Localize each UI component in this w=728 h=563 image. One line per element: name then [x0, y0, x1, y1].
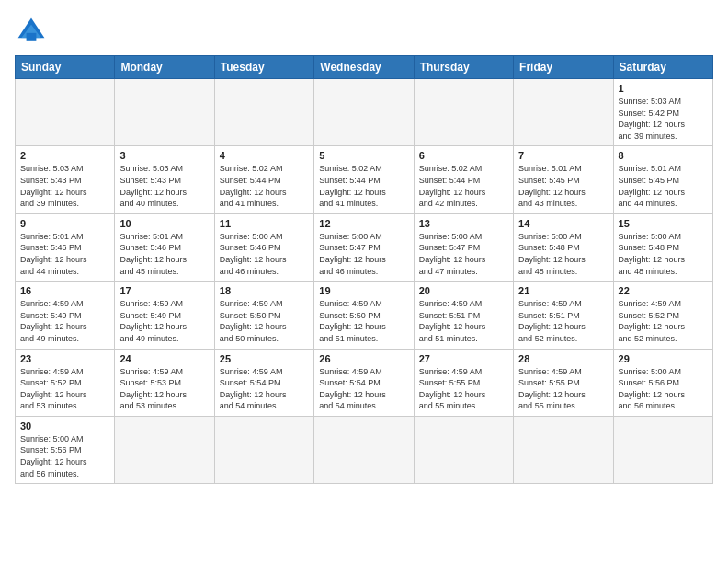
calendar-day-header: Thursday: [414, 56, 513, 79]
day-info: Sunrise: 5:03 AM Sunset: 5:43 PM Dayligh…: [20, 163, 109, 209]
day-info: Sunrise: 4:59 AM Sunset: 5:54 PM Dayligh…: [220, 366, 309, 412]
calendar-day-header: Sunday: [16, 56, 115, 79]
calendar-day-cell: 6Sunrise: 5:02 AM Sunset: 5:44 PM Daylig…: [414, 146, 513, 213]
day-number: 6: [419, 150, 508, 161]
calendar-day-cell: 3Sunrise: 5:03 AM Sunset: 5:43 PM Daylig…: [115, 146, 214, 213]
day-info: Sunrise: 5:00 AM Sunset: 5:47 PM Dayligh…: [419, 231, 508, 277]
day-number: 19: [319, 285, 408, 296]
day-info: Sunrise: 4:59 AM Sunset: 5:51 PM Dayligh…: [419, 298, 508, 344]
day-number: 23: [20, 353, 109, 364]
day-info: Sunrise: 5:01 AM Sunset: 5:45 PM Dayligh…: [619, 163, 708, 209]
page: SundayMondayTuesdayWednesdayThursdayFrid…: [0, 0, 728, 495]
calendar-day-cell: 22Sunrise: 4:59 AM Sunset: 5:52 PM Dayli…: [613, 282, 712, 349]
day-info: Sunrise: 5:01 AM Sunset: 5:45 PM Dayligh…: [518, 163, 608, 209]
day-info: Sunrise: 5:03 AM Sunset: 5:42 PM Dayligh…: [619, 96, 708, 142]
calendar-day-cell: 9Sunrise: 5:01 AM Sunset: 5:46 PM Daylig…: [16, 213, 115, 281]
day-info: Sunrise: 4:59 AM Sunset: 5:49 PM Dayligh…: [119, 298, 209, 344]
day-number: 18: [220, 285, 309, 296]
calendar-day-cell: [115, 416, 214, 483]
calendar-day-cell: 26Sunrise: 4:59 AM Sunset: 5:54 PM Dayli…: [314, 349, 414, 416]
calendar-day-header: Monday: [115, 56, 214, 79]
calendar-day-cell: 12Sunrise: 5:00 AM Sunset: 5:47 PM Dayli…: [314, 213, 414, 281]
calendar-day-cell: 23Sunrise: 4:59 AM Sunset: 5:52 PM Dayli…: [16, 349, 115, 416]
day-number: 11: [220, 218, 309, 229]
day-info: Sunrise: 4:59 AM Sunset: 5:55 PM Dayligh…: [518, 366, 608, 412]
day-info: Sunrise: 5:00 AM Sunset: 5:56 PM Dayligh…: [619, 366, 708, 412]
calendar-day-cell: [414, 79, 513, 146]
day-number: 14: [518, 218, 608, 229]
day-info: Sunrise: 5:00 AM Sunset: 5:47 PM Dayligh…: [319, 231, 408, 277]
day-info: Sunrise: 5:00 AM Sunset: 5:56 PM Dayligh…: [20, 433, 109, 479]
calendar-day-header: Tuesday: [214, 56, 313, 79]
day-info: Sunrise: 4:59 AM Sunset: 5:50 PM Dayligh…: [319, 298, 408, 344]
calendar-week-row: 23Sunrise: 4:59 AM Sunset: 5:52 PM Dayli…: [16, 349, 713, 416]
calendar-day-cell: [514, 416, 613, 483]
calendar-day-cell: 17Sunrise: 4:59 AM Sunset: 5:49 PM Dayli…: [115, 282, 214, 349]
day-info: Sunrise: 4:59 AM Sunset: 5:55 PM Dayligh…: [419, 366, 508, 412]
svg-rect-2: [27, 33, 37, 41]
day-info: Sunrise: 5:01 AM Sunset: 5:46 PM Dayligh…: [119, 231, 209, 277]
day-number: 9: [20, 218, 109, 229]
calendar-day-cell: 15Sunrise: 5:00 AM Sunset: 5:48 PM Dayli…: [613, 213, 712, 281]
day-number: 1: [619, 83, 708, 94]
day-number: 12: [319, 218, 408, 229]
calendar-day-cell: 1Sunrise: 5:03 AM Sunset: 5:42 PM Daylig…: [613, 79, 712, 146]
calendar-day-cell: 29Sunrise: 5:00 AM Sunset: 5:56 PM Dayli…: [613, 349, 712, 416]
calendar-day-cell: 27Sunrise: 4:59 AM Sunset: 5:55 PM Dayli…: [414, 349, 513, 416]
day-info: Sunrise: 5:01 AM Sunset: 5:46 PM Dayligh…: [20, 231, 109, 277]
calendar-week-row: 9Sunrise: 5:01 AM Sunset: 5:46 PM Daylig…: [16, 213, 713, 281]
calendar-day-cell: [16, 79, 115, 146]
calendar-day-cell: [214, 416, 313, 483]
calendar-day-cell: 16Sunrise: 4:59 AM Sunset: 5:49 PM Dayli…: [16, 282, 115, 349]
calendar-week-row: 2Sunrise: 5:03 AM Sunset: 5:43 PM Daylig…: [16, 146, 713, 213]
day-info: Sunrise: 5:02 AM Sunset: 5:44 PM Dayligh…: [419, 163, 508, 209]
day-number: 4: [220, 150, 309, 161]
day-info: Sunrise: 4:59 AM Sunset: 5:50 PM Dayligh…: [220, 298, 309, 344]
calendar-day-cell: [314, 416, 414, 483]
day-info: Sunrise: 5:02 AM Sunset: 5:44 PM Dayligh…: [220, 163, 309, 209]
day-number: 2: [20, 150, 109, 161]
calendar-day-cell: 8Sunrise: 5:01 AM Sunset: 5:45 PM Daylig…: [613, 146, 712, 213]
calendar-day-cell: 5Sunrise: 5:02 AM Sunset: 5:44 PM Daylig…: [314, 146, 414, 213]
day-info: Sunrise: 5:00 AM Sunset: 5:48 PM Dayligh…: [518, 231, 608, 277]
calendar-day-cell: [214, 79, 313, 146]
calendar-day-header: Saturday: [613, 56, 712, 79]
calendar-day-cell: 25Sunrise: 4:59 AM Sunset: 5:54 PM Dayli…: [214, 349, 313, 416]
day-number: 25: [220, 353, 309, 364]
calendar-week-row: 30Sunrise: 5:00 AM Sunset: 5:56 PM Dayli…: [16, 416, 713, 483]
calendar-day-cell: 4Sunrise: 5:02 AM Sunset: 5:44 PM Daylig…: [214, 146, 313, 213]
calendar-day-cell: 28Sunrise: 4:59 AM Sunset: 5:55 PM Dayli…: [514, 349, 613, 416]
day-number: 29: [619, 353, 708, 364]
calendar-day-cell: 10Sunrise: 5:01 AM Sunset: 5:46 PM Dayli…: [115, 213, 214, 281]
day-info: Sunrise: 4:59 AM Sunset: 5:51 PM Dayligh…: [518, 298, 608, 344]
calendar-day-cell: 14Sunrise: 5:00 AM Sunset: 5:48 PM Dayli…: [514, 213, 613, 281]
calendar-day-cell: 2Sunrise: 5:03 AM Sunset: 5:43 PM Daylig…: [16, 146, 115, 213]
day-number: 17: [119, 285, 209, 296]
calendar-day-cell: 13Sunrise: 5:00 AM Sunset: 5:47 PM Dayli…: [414, 213, 513, 281]
calendar-day-cell: 21Sunrise: 4:59 AM Sunset: 5:51 PM Dayli…: [514, 282, 613, 349]
calendar-day-cell: 11Sunrise: 5:00 AM Sunset: 5:46 PM Dayli…: [214, 213, 313, 281]
calendar-day-cell: 20Sunrise: 4:59 AM Sunset: 5:51 PM Dayli…: [414, 282, 513, 349]
day-info: Sunrise: 4:59 AM Sunset: 5:49 PM Dayligh…: [20, 298, 109, 344]
day-number: 30: [20, 420, 109, 431]
day-number: 16: [20, 285, 109, 296]
calendar-day-header: Friday: [514, 56, 613, 79]
calendar-day-header: Wednesday: [314, 56, 414, 79]
day-info: Sunrise: 4:59 AM Sunset: 5:53 PM Dayligh…: [119, 366, 209, 412]
calendar-header-row: SundayMondayTuesdayWednesdayThursdayFrid…: [16, 56, 713, 79]
header: [15, 15, 713, 48]
day-number: 28: [518, 353, 608, 364]
day-info: Sunrise: 4:59 AM Sunset: 5:54 PM Dayligh…: [319, 366, 408, 412]
logo-icon: [15, 15, 48, 48]
day-number: 5: [319, 150, 408, 161]
calendar-week-row: 16Sunrise: 4:59 AM Sunset: 5:49 PM Dayli…: [16, 282, 713, 349]
day-number: 15: [619, 218, 708, 229]
day-number: 10: [119, 218, 209, 229]
calendar-day-cell: 18Sunrise: 4:59 AM Sunset: 5:50 PM Dayli…: [214, 282, 313, 349]
day-info: Sunrise: 4:59 AM Sunset: 5:52 PM Dayligh…: [619, 298, 708, 344]
logo: [15, 15, 51, 48]
day-info: Sunrise: 5:00 AM Sunset: 5:48 PM Dayligh…: [619, 231, 708, 277]
calendar-day-cell: [115, 79, 214, 146]
calendar-day-cell: [414, 416, 513, 483]
day-number: 24: [119, 353, 209, 364]
